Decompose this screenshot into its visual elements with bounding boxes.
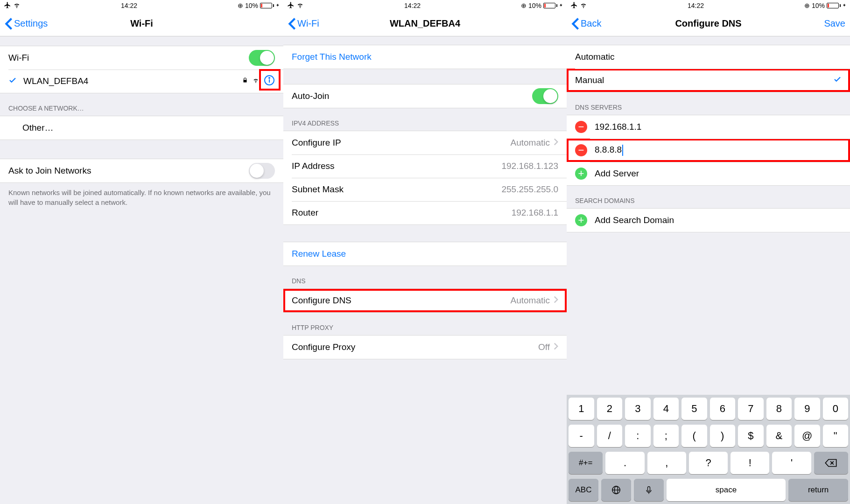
wifi-icon: [296, 1, 304, 10]
battery-icon: [543, 3, 557, 8]
ask-join-toggle[interactable]: [249, 163, 275, 179]
ask-join-row[interactable]: Ask to Join Networks: [0, 159, 283, 182]
delete-server-button[interactable]: −: [575, 144, 587, 156]
key-([interactable]: (: [681, 425, 707, 447]
airplane-icon: [287, 1, 295, 10]
battery-pct: 10%: [245, 2, 258, 9]
subnet-mask-value: 255.255.255.0: [501, 184, 558, 195]
page-title: Configure DNS: [627, 18, 789, 29]
key-)[interactable]: ): [710, 425, 736, 447]
router-row: Router 192.168.1.1: [283, 201, 567, 224]
key-mode-punc[interactable]: #+=: [569, 452, 603, 474]
battery-pct: 10%: [812, 2, 825, 9]
nav-bar: Wi-Fi WLAN_DEFBA4: [283, 11, 567, 36]
status-time: 14:22: [404, 2, 421, 9]
key-1[interactable]: 1: [569, 398, 594, 420]
configure-ip-label: Configure IP: [292, 138, 511, 148]
wifi-toggle-row[interactable]: Wi-Fi: [0, 46, 283, 70]
forget-network-label: Forget This Network: [292, 52, 372, 62]
key-globe[interactable]: [601, 479, 631, 501]
network-name: WLAN_DEFBA4: [23, 76, 242, 86]
key-&[interactable]: &: [766, 425, 792, 447]
key-"[interactable]: ": [823, 425, 849, 447]
screen-network-details: 14:22 ⊕ 10% Wi-Fi WLAN_DEFBA4 Forget Thi…: [283, 0, 567, 504]
back-button[interactable]: Wi-Fi: [288, 17, 344, 30]
key-?[interactable]: ?: [689, 452, 728, 474]
auto-join-toggle[interactable]: [532, 88, 558, 104]
configure-dns-row[interactable]: Configure DNS Automatic: [283, 289, 567, 312]
key-;[interactable]: ;: [653, 425, 679, 447]
renew-lease-row[interactable]: Renew Lease: [283, 242, 567, 266]
charging-icon: [559, 2, 563, 9]
configure-ip-row[interactable]: Configure IP Automatic: [283, 131, 567, 154]
manual-option-label: Manual: [575, 75, 833, 85]
dns-server-row-2[interactable]: − 8.8.8.8: [567, 139, 850, 162]
configure-proxy-label: Configure Proxy: [292, 342, 538, 352]
key-8[interactable]: 8: [766, 398, 792, 420]
key-$[interactable]: $: [738, 425, 764, 447]
http-proxy-header: HTTP PROXY: [283, 313, 567, 335]
dns-server-row-1[interactable]: − 192.168.1.1: [567, 115, 850, 139]
text-cursor: [622, 145, 623, 156]
key-3[interactable]: 3: [625, 398, 651, 420]
save-button[interactable]: Save: [789, 18, 845, 29]
key-4[interactable]: 4: [653, 398, 679, 420]
key-,[interactable]: ,: [647, 452, 686, 474]
auto-join-label: Auto-Join: [292, 91, 532, 101]
info-icon[interactable]: [264, 75, 275, 88]
key-7[interactable]: 7: [738, 398, 764, 420]
router-value: 192.168.1.1: [512, 208, 558, 218]
rotation-lock-icon: ⊕: [804, 2, 810, 9]
ip-address-row: IP Address 192.168.1.123: [283, 154, 567, 178]
key-![interactable]: !: [731, 452, 769, 474]
key-return[interactable]: return: [788, 479, 848, 501]
other-network-row[interactable]: Other…: [0, 116, 283, 140]
chevron-left-icon: [288, 17, 296, 30]
key-backspace[interactable]: [814, 452, 848, 474]
delete-server-button[interactable]: −: [575, 121, 587, 133]
back-button[interactable]: Back: [571, 17, 627, 30]
key-.[interactable]: .: [605, 452, 644, 474]
battery-icon: [827, 3, 841, 8]
key-6[interactable]: 6: [710, 398, 736, 420]
configure-dns-value: Automatic: [511, 295, 550, 306]
add-search-domain-button[interactable]: +: [575, 214, 587, 226]
key-9[interactable]: 9: [794, 398, 820, 420]
add-server-row[interactable]: + Add Server: [567, 162, 850, 185]
airplane-icon: [570, 1, 578, 10]
choose-network-header: CHOOSE A NETWORK…: [0, 93, 283, 116]
configure-dns-label: Configure DNS: [292, 295, 511, 306]
key-mode-abc[interactable]: ABC: [569, 479, 598, 501]
key-'[interactable]: ': [772, 452, 811, 474]
key-space[interactable]: space: [667, 479, 786, 501]
key-/[interactable]: /: [597, 425, 623, 447]
chevron-left-icon: [5, 17, 13, 30]
key-5[interactable]: 5: [681, 398, 707, 420]
wifi-toggle[interactable]: [249, 50, 275, 66]
status-time: 14:22: [121, 2, 137, 9]
key-0[interactable]: 0: [823, 398, 849, 420]
configure-proxy-row[interactable]: Configure Proxy Off: [283, 336, 567, 359]
rotation-lock-icon: ⊕: [521, 2, 527, 9]
battery-icon: [260, 3, 274, 8]
keyboard[interactable]: 1234567890 -/:;()$&@" #+= .,?!' ABC spac…: [567, 395, 850, 504]
add-server-button[interactable]: +: [575, 168, 587, 180]
manual-option-row[interactable]: Manual: [567, 69, 850, 92]
key--[interactable]: -: [569, 425, 594, 447]
key-@[interactable]: @: [794, 425, 820, 447]
key-:[interactable]: :: [625, 425, 651, 447]
dns-server-2-value[interactable]: 8.8.8.8: [595, 145, 623, 156]
back-button[interactable]: Settings: [5, 17, 61, 30]
battery-pct: 10%: [528, 2, 541, 9]
add-search-domain-row[interactable]: + Add Search Domain: [567, 209, 850, 232]
add-server-label: Add Server: [595, 168, 639, 179]
connected-network-row[interactable]: WLAN_DEFBA4: [0, 70, 283, 93]
forget-network-row[interactable]: Forget This Network: [283, 45, 567, 69]
key-2[interactable]: 2: [597, 398, 623, 420]
key-mic[interactable]: [634, 479, 664, 501]
lock-icon: [242, 77, 248, 85]
wifi-toggle-label: Wi-Fi: [8, 53, 249, 63]
automatic-option-label: Automatic: [575, 52, 842, 62]
automatic-option-row[interactable]: Automatic: [567, 45, 850, 69]
auto-join-row[interactable]: Auto-Join: [283, 84, 567, 108]
